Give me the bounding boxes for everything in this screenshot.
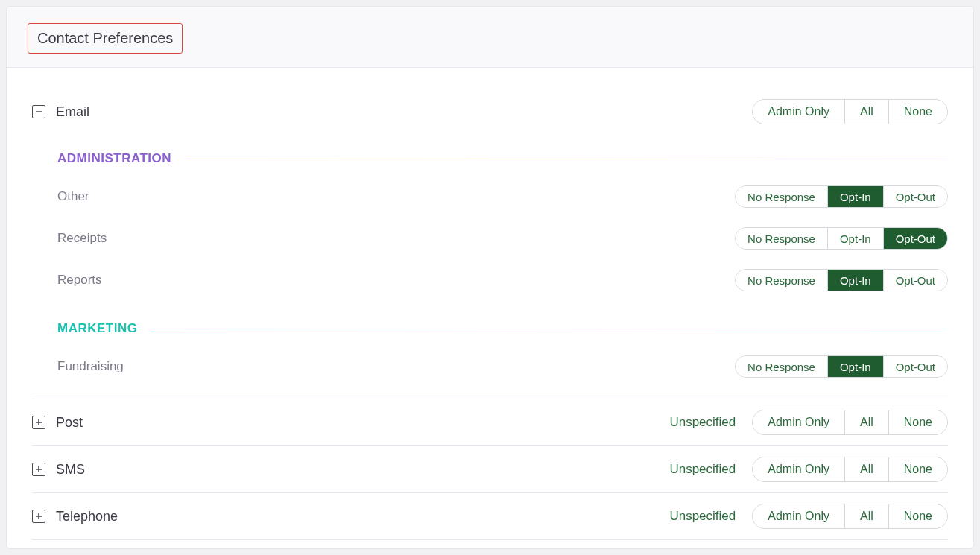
opt-out-button[interactable]: Opt-Out	[883, 270, 947, 291]
pref-row-other: Other No Response Opt-In Opt-Out	[57, 180, 948, 221]
none-button[interactable]: None	[888, 410, 947, 434]
channel-label-telephone: Telephone	[56, 509, 118, 524]
page-title: Contact Preferences	[28, 23, 183, 54]
choice-group-reports: No Response Opt-In Opt-Out	[735, 269, 948, 291]
pref-label-other: Other	[57, 189, 89, 204]
pref-label-receipts: Receipts	[57, 231, 107, 246]
preferences-card: Contact Preferences Email Admin Only All…	[6, 6, 974, 549]
group-title-marketing: MARKETING	[57, 321, 137, 336]
choice-group-receipts: No Response Opt-In Opt-Out	[735, 227, 948, 250]
admin-only-button[interactable]: Admin Only	[753, 410, 844, 434]
bulk-select-email: Admin Only All None	[752, 99, 948, 124]
group-title-administration: ADMINISTRATION	[57, 151, 171, 166]
card-body: Email Admin Only All None ADMINISTRATION…	[7, 68, 973, 548]
pref-row-reports: Reports No Response Opt-In Opt-Out	[57, 263, 948, 305]
expand-icon[interactable]	[32, 510, 45, 523]
status-telephone: Unspecified	[669, 509, 736, 524]
none-button[interactable]: None	[888, 457, 947, 481]
pref-row-fundraising: Fundraising No Response Opt-In Opt-Out	[57, 349, 948, 399]
bulk-select-telephone: Admin Only All None	[752, 504, 948, 529]
no-response-button[interactable]: No Response	[736, 356, 827, 377]
status-post: Unspecified	[669, 415, 736, 430]
group-divider-marketing	[151, 329, 948, 329]
opt-in-button[interactable]: Opt-In	[827, 356, 883, 377]
none-button[interactable]: None	[888, 504, 947, 528]
admin-only-button[interactable]: Admin Only	[753, 457, 844, 481]
expand-icon[interactable]	[32, 416, 45, 429]
all-button[interactable]: All	[844, 410, 888, 434]
channel-label-sms: SMS	[56, 462, 85, 478]
all-button[interactable]: All	[844, 504, 888, 528]
card-header: Contact Preferences	[7, 7, 973, 68]
no-response-button[interactable]: No Response	[736, 186, 827, 207]
no-response-button[interactable]: No Response	[736, 228, 827, 249]
opt-in-button[interactable]: Opt-In	[827, 186, 883, 207]
opt-out-button[interactable]: Opt-Out	[883, 186, 947, 207]
none-button[interactable]: None	[888, 100, 947, 124]
pref-label-reports: Reports	[57, 273, 102, 288]
group-header-marketing: MARKETING	[57, 321, 948, 336]
all-button[interactable]: All	[844, 457, 888, 481]
pref-label-fundraising: Fundraising	[57, 359, 124, 374]
channel-row-telephone: Telephone Unspecified Admin Only All Non…	[32, 492, 948, 540]
opt-out-button[interactable]: Opt-Out	[883, 356, 947, 377]
pref-row-receipts: Receipts No Response Opt-In Opt-Out	[57, 221, 948, 263]
channel-label-email: Email	[56, 104, 89, 120]
admin-only-button[interactable]: Admin Only	[753, 504, 844, 528]
expand-icon[interactable]	[32, 463, 45, 476]
choice-group-fundraising: No Response Opt-In Opt-Out	[735, 355, 948, 378]
channel-label-post: Post	[56, 415, 83, 431]
all-button[interactable]: All	[844, 100, 888, 124]
bulk-select-sms: Admin Only All None	[752, 457, 948, 482]
group-divider-administration	[185, 159, 948, 159]
choice-group-other: No Response Opt-In Opt-Out	[735, 185, 948, 208]
bulk-select-post: Admin Only All None	[752, 410, 948, 435]
email-expanded-section: ADMINISTRATION Other No Response Opt-In …	[32, 151, 948, 399]
group-header-administration: ADMINISTRATION	[57, 151, 948, 166]
opt-in-button[interactable]: Opt-In	[827, 228, 883, 249]
collapse-icon[interactable]	[32, 105, 45, 118]
opt-in-button[interactable]: Opt-In	[827, 270, 883, 291]
opt-out-button[interactable]: Opt-Out	[883, 228, 947, 249]
no-response-button[interactable]: No Response	[736, 270, 827, 291]
channel-row-email: Email Admin Only All None	[32, 89, 948, 135]
status-sms: Unspecified	[669, 462, 736, 477]
channel-row-post: Post Unspecified Admin Only All None	[32, 399, 948, 445]
admin-only-button[interactable]: Admin Only	[753, 100, 844, 124]
channel-row-sms: SMS Unspecified Admin Only All None	[32, 445, 948, 492]
